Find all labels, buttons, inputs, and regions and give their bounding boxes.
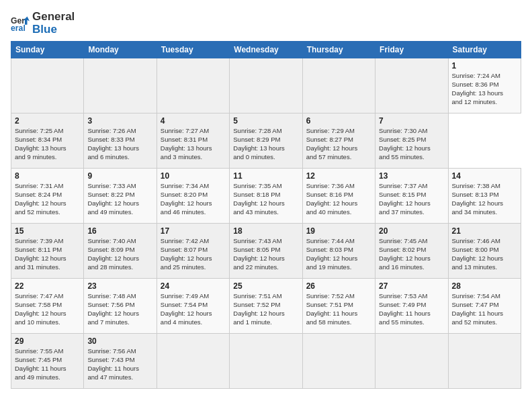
calendar-cell: 25Sunrise: 7:51 AMSunset: 7:52 PMDayligh…: [230, 279, 302, 334]
day-number: 4: [161, 116, 226, 126]
calendar-week-5: 29Sunrise: 7:55 AMSunset: 7:45 PMDayligh…: [11, 334, 521, 389]
calendar-header-tuesday: Tuesday: [157, 42, 229, 58]
day-info: Sunrise: 7:49 AMSunset: 7:54 PMDaylight:…: [161, 292, 226, 326]
day-number: 9: [87, 171, 152, 181]
day-info: Sunrise: 7:48 AMSunset: 7:56 PMDaylight:…: [87, 292, 152, 326]
calendar-cell: 26Sunrise: 7:52 AMSunset: 7:51 PMDayligh…: [302, 279, 375, 334]
calendar-cell: 6Sunrise: 7:29 AMSunset: 8:27 PMDaylight…: [302, 113, 375, 169]
calendar-cell: [11, 58, 84, 113]
day-info: Sunrise: 7:53 AMSunset: 7:49 PMDaylight:…: [379, 292, 444, 326]
calendar-cell: 17Sunrise: 7:42 AMSunset: 8:07 PMDayligh…: [157, 224, 229, 279]
day-info: Sunrise: 7:34 AMSunset: 8:20 PMDaylight:…: [161, 182, 226, 216]
day-info: Sunrise: 7:40 AMSunset: 8:09 PMDaylight:…: [87, 237, 152, 271]
calendar-cell: 20Sunrise: 7:45 AMSunset: 8:02 PMDayligh…: [375, 224, 448, 279]
calendar-cell: [375, 334, 448, 389]
day-info: Sunrise: 7:35 AMSunset: 8:18 PMDaylight:…: [233, 182, 298, 216]
day-info: Sunrise: 7:47 AMSunset: 7:58 PMDaylight:…: [15, 292, 80, 326]
day-info: Sunrise: 7:31 AMSunset: 8:24 PMDaylight:…: [15, 182, 80, 216]
calendar-cell: 2Sunrise: 7:25 AMSunset: 8:34 PMDaylight…: [11, 113, 84, 169]
day-number: 17: [161, 226, 226, 236]
day-info: Sunrise: 7:28 AMSunset: 8:29 PMDaylight:…: [233, 127, 298, 161]
calendar-cell: 10Sunrise: 7:34 AMSunset: 8:20 PMDayligh…: [157, 169, 229, 224]
logo-text: General Blue: [32, 11, 75, 36]
calendar-header-friday: Friday: [375, 42, 448, 58]
calendar-cell: 24Sunrise: 7:49 AMSunset: 7:54 PMDayligh…: [157, 279, 229, 334]
day-number: 24: [161, 281, 226, 291]
calendar-cell: 27Sunrise: 7:53 AMSunset: 7:49 PMDayligh…: [375, 279, 448, 334]
day-number: 11: [233, 171, 298, 181]
page-header: Gen eral General Blue: [11, 11, 521, 36]
day-number: 2: [15, 116, 80, 126]
day-info: Sunrise: 7:29 AMSunset: 8:27 PMDaylight:…: [306, 127, 371, 161]
logo-blue: Blue: [32, 24, 75, 36]
logo-general: General: [32, 10, 75, 23]
day-info: Sunrise: 7:39 AMSunset: 8:11 PMDaylight:…: [15, 237, 80, 271]
calendar-cell: 19Sunrise: 7:44 AMSunset: 8:03 PMDayligh…: [302, 224, 375, 279]
calendar-week-3: 15Sunrise: 7:39 AMSunset: 8:11 PMDayligh…: [11, 224, 521, 279]
day-number: 3: [87, 116, 152, 126]
day-number: 1: [452, 61, 517, 71]
calendar-cell: [84, 58, 157, 113]
day-number: 23: [87, 281, 152, 291]
svg-text:eral: eral: [11, 23, 26, 32]
day-info: Sunrise: 7:33 AMSunset: 8:22 PMDaylight:…: [87, 182, 152, 216]
day-info: Sunrise: 7:30 AMSunset: 8:25 PMDaylight:…: [379, 127, 444, 161]
calendar-header-sunday: Sunday: [11, 42, 84, 58]
calendar-week-1: 2Sunrise: 7:25 AMSunset: 8:34 PMDaylight…: [11, 113, 521, 169]
day-number: 18: [233, 226, 298, 236]
calendar-table: SundayMondayTuesdayWednesdayThursdayFrid…: [11, 41, 521, 389]
day-info: Sunrise: 7:45 AMSunset: 8:02 PMDaylight:…: [379, 237, 444, 271]
day-info: Sunrise: 7:51 AMSunset: 7:52 PMDaylight:…: [233, 292, 298, 326]
day-number: 6: [306, 116, 371, 126]
calendar-cell: 7Sunrise: 7:30 AMSunset: 8:25 PMDaylight…: [375, 113, 448, 169]
day-info: Sunrise: 7:27 AMSunset: 8:31 PMDaylight:…: [161, 127, 226, 161]
day-info: Sunrise: 7:54 AMSunset: 7:47 PMDaylight:…: [452, 292, 517, 326]
day-number: 25: [233, 281, 298, 291]
calendar-cell: 18Sunrise: 7:43 AMSunset: 8:05 PMDayligh…: [230, 224, 302, 279]
calendar-cell: 15Sunrise: 7:39 AMSunset: 8:11 PMDayligh…: [11, 224, 84, 279]
day-number: 10: [161, 171, 226, 181]
day-info: Sunrise: 7:25 AMSunset: 8:34 PMDaylight:…: [15, 127, 80, 161]
logo-icon: Gen eral: [11, 14, 30, 33]
calendar-cell: 28Sunrise: 7:54 AMSunset: 7:47 PMDayligh…: [448, 279, 521, 334]
day-number: 8: [15, 171, 80, 181]
calendar-header-monday: Monday: [84, 42, 157, 58]
day-number: 21: [452, 226, 517, 236]
day-number: 20: [379, 226, 444, 236]
calendar-body: 1Sunrise: 7:24 AMSunset: 8:36 PMDaylight…: [11, 58, 521, 389]
calendar-cell: 1Sunrise: 7:24 AMSunset: 8:36 PMDaylight…: [448, 58, 521, 113]
day-number: 5: [233, 116, 298, 126]
calendar-cell: [302, 58, 375, 113]
day-info: Sunrise: 7:55 AMSunset: 7:45 PMDaylight:…: [15, 347, 80, 381]
calendar-week-2: 8Sunrise: 7:31 AMSunset: 8:24 PMDaylight…: [11, 169, 521, 224]
day-info: Sunrise: 7:37 AMSunset: 8:15 PMDaylight:…: [379, 182, 444, 216]
calendar-cell: 29Sunrise: 7:55 AMSunset: 7:45 PMDayligh…: [11, 334, 84, 389]
day-info: Sunrise: 7:36 AMSunset: 8:16 PMDaylight:…: [306, 182, 371, 216]
calendar-cell: 3Sunrise: 7:26 AMSunset: 8:33 PMDaylight…: [84, 113, 157, 169]
day-info: Sunrise: 7:43 AMSunset: 8:05 PMDaylight:…: [233, 237, 298, 271]
day-info: Sunrise: 7:26 AMSunset: 8:33 PMDaylight:…: [87, 127, 152, 161]
calendar-cell: [375, 58, 448, 113]
calendar-cell: 16Sunrise: 7:40 AMSunset: 8:09 PMDayligh…: [84, 224, 157, 279]
calendar-cell: 21Sunrise: 7:46 AMSunset: 8:00 PMDayligh…: [448, 224, 521, 279]
day-info: Sunrise: 7:44 AMSunset: 8:03 PMDaylight:…: [306, 237, 371, 271]
day-number: 22: [15, 281, 80, 291]
calendar-cell: 30Sunrise: 7:56 AMSunset: 7:43 PMDayligh…: [84, 334, 157, 389]
day-number: 29: [15, 336, 80, 346]
day-number: 19: [306, 226, 371, 236]
day-info: Sunrise: 7:24 AMSunset: 8:36 PMDaylight:…: [452, 72, 517, 106]
calendar-cell: [230, 334, 302, 389]
calendar-cell: 11Sunrise: 7:35 AMSunset: 8:18 PMDayligh…: [230, 169, 302, 224]
calendar-cell: [230, 58, 302, 113]
calendar-cell: [157, 58, 229, 113]
calendar-header-row: SundayMondayTuesdayWednesdayThursdayFrid…: [11, 42, 521, 58]
calendar-cell: 22Sunrise: 7:47 AMSunset: 7:58 PMDayligh…: [11, 279, 84, 334]
day-info: Sunrise: 7:42 AMSunset: 8:07 PMDaylight:…: [161, 237, 226, 271]
calendar-cell: 14Sunrise: 7:38 AMSunset: 8:13 PMDayligh…: [448, 169, 521, 224]
calendar-cell: [302, 334, 375, 389]
calendar-header-wednesday: Wednesday: [230, 42, 302, 58]
day-number: 7: [379, 116, 444, 126]
calendar-cell: 4Sunrise: 7:27 AMSunset: 8:31 PMDaylight…: [157, 113, 229, 169]
day-number: 27: [379, 281, 444, 291]
calendar-cell: 23Sunrise: 7:48 AMSunset: 7:56 PMDayligh…: [84, 279, 157, 334]
